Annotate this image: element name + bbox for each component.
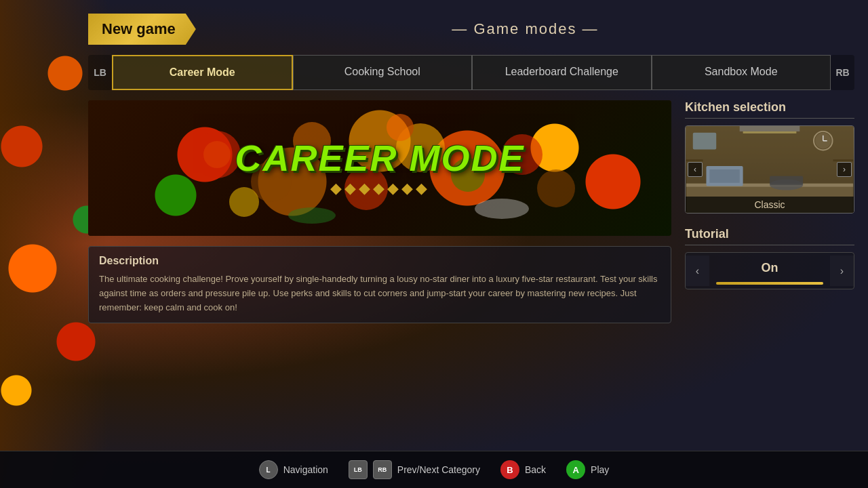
kitchen-nav-prev[interactable]: ‹ (688, 162, 703, 177)
tab-career-mode[interactable]: Career Mode (112, 55, 293, 90)
kitchen-selection-section: Kitchen selection (685, 100, 854, 214)
navigation-label: Navigation (283, 464, 328, 475)
prev-next-hint: LB RB Prev/Next Category (349, 460, 480, 479)
kitchen-selection-title: Kitchen selection (685, 100, 854, 119)
kitchen-preview: ‹ › Classic (685, 125, 854, 214)
header: New game — Game modes — (88, 14, 854, 45)
career-mode-text: CAREER MODE (235, 140, 524, 176)
mode-image: CAREER MODE ◆◆◆◆◆◆◆ (88, 100, 671, 236)
tutorial-nav-next[interactable]: › (830, 256, 854, 286)
navigation-hint: L Navigation (259, 460, 328, 479)
svg-rect-26 (770, 176, 803, 185)
svg-rect-28 (833, 159, 854, 161)
description-section: Description The ultimate cooking challen… (88, 246, 671, 323)
right-panel: Kitchen selection (685, 100, 854, 323)
tab-nav-right[interactable]: RB (831, 55, 854, 90)
left-panel: CAREER MODE ◆◆◆◆◆◆◆ Description The ulti… (88, 100, 671, 323)
tutorial-value: On (709, 253, 830, 289)
new-game-badge: New game (88, 14, 196, 45)
mode-image-title: CAREER MODE ◆◆◆◆◆◆◆ (88, 100, 671, 236)
a-button-icon: A (566, 460, 585, 479)
svg-rect-27 (686, 159, 703, 161)
content-row: CAREER MODE ◆◆◆◆◆◆◆ Description The ulti… (88, 100, 854, 323)
description-title: Description (99, 255, 660, 267)
tutorial-section: Tutorial ‹ On › (685, 227, 854, 289)
svg-rect-24 (709, 169, 739, 183)
kitchen-nav-next[interactable]: › (837, 162, 852, 177)
lb-icon: LB (349, 460, 368, 479)
tab-leaderboard-challenge[interactable]: Leaderboard Challenge (472, 55, 652, 90)
main-container: New game — Game modes — LB Career Mode C… (88, 14, 854, 447)
back-label: Back (525, 464, 546, 475)
prev-next-label: Prev/Next Category (397, 464, 480, 475)
play-hint: A Play (566, 460, 609, 479)
svg-rect-15 (743, 131, 797, 134)
career-diamonds: ◆◆◆◆◆◆◆ (330, 180, 430, 197)
game-modes-title: — Game modes — (196, 20, 854, 38)
svg-rect-16 (693, 133, 716, 150)
new-game-label: New game (102, 20, 176, 37)
left-stick-icon: L (259, 460, 278, 479)
tab-sandbox-mode[interactable]: Sandbox Mode (652, 55, 831, 90)
rb-icon: RB (373, 460, 392, 479)
mode-tabs: LB Career Mode Cooking School Leaderboar… (88, 55, 854, 90)
tab-cooking-school[interactable]: Cooking School (293, 55, 473, 90)
kitchen-name-label: Classic (686, 197, 854, 213)
tutorial-bar-fill (716, 282, 823, 285)
tutorial-nav-prev[interactable]: ‹ (686, 256, 709, 286)
b-button-icon: B (500, 460, 519, 479)
play-label: Play (591, 464, 609, 475)
tutorial-control: ‹ On › (685, 252, 854, 289)
description-text: The ultimate cooking challenge! Prove yo… (99, 272, 660, 314)
tutorial-bar (716, 282, 823, 285)
svg-rect-14 (740, 126, 800, 131)
back-hint: B Back (500, 460, 546, 479)
tutorial-section-title: Tutorial (685, 227, 854, 245)
tab-nav-left[interactable]: LB (88, 55, 112, 90)
bottom-bar: L Navigation LB RB Prev/Next Category B … (0, 451, 868, 488)
